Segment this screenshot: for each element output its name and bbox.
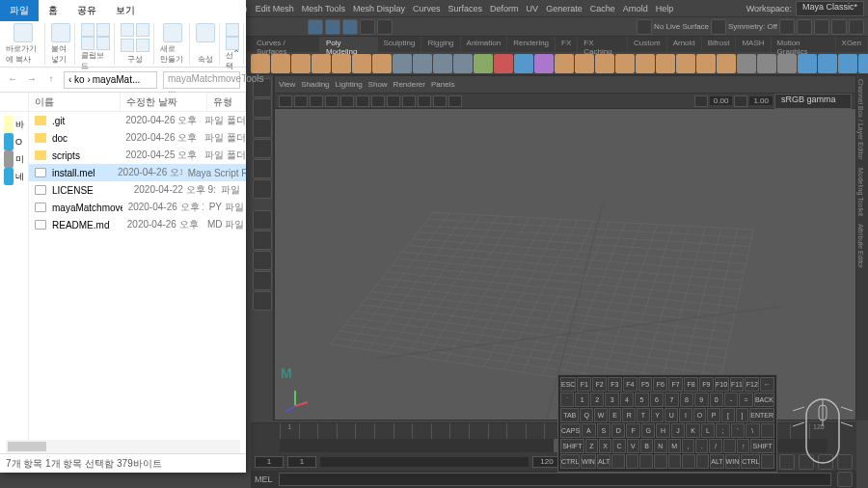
range-start[interactable]: 1 bbox=[255, 456, 284, 468]
shelf-icon[interactable] bbox=[798, 54, 817, 73]
key-↑[interactable]: ↑ bbox=[737, 439, 749, 453]
col-name[interactable]: 이름 bbox=[29, 93, 121, 111]
file-row[interactable]: LICENSE2020-04-22 오후 9:05파일 bbox=[29, 181, 246, 199]
newfolder-icon[interactable] bbox=[163, 23, 182, 42]
vp-light-icon[interactable] bbox=[387, 95, 400, 107]
key-f[interactable]: F bbox=[626, 423, 639, 438]
new-scene-icon[interactable] bbox=[308, 19, 323, 35]
shelf-tab[interactable]: Motion Graphics bbox=[772, 37, 836, 52]
sidebar-item[interactable]: 미 bbox=[0, 150, 28, 168]
shelf-icon[interactable] bbox=[656, 54, 675, 73]
key-win[interactable]: WIN bbox=[581, 454, 596, 469]
shelf-icon[interactable] bbox=[595, 54, 614, 73]
rename-icon[interactable] bbox=[136, 39, 149, 52]
key-f7[interactable]: F7 bbox=[668, 377, 683, 392]
file-row[interactable]: doc2020-04-26 오후 11:28파일 폴더 bbox=[29, 129, 246, 147]
key-q[interactable]: Q bbox=[580, 408, 593, 422]
key-f9[interactable]: F9 bbox=[699, 377, 714, 392]
shelf-tab[interactable]: XGen bbox=[836, 37, 868, 52]
panel-toggle-icon[interactable] bbox=[831, 19, 847, 35]
key-9[interactable]: 9 bbox=[694, 393, 708, 407]
key-f1[interactable]: F1 bbox=[577, 377, 591, 392]
layout-pane-icon[interactable] bbox=[253, 271, 272, 290]
scroll-thumb[interactable] bbox=[8, 442, 46, 451]
key-j[interactable]: J bbox=[671, 423, 685, 438]
back-icon[interactable]: ← bbox=[6, 73, 19, 87]
viewport[interactable]: ViewShadingLightingShowRendererPanels 0.… bbox=[274, 75, 856, 420]
explorer-tab[interactable]: 보기 bbox=[106, 0, 145, 21]
vp-grid-icon[interactable] bbox=[310, 95, 323, 107]
key-f12[interactable]: F12 bbox=[745, 377, 759, 392]
move-tool-icon[interactable] bbox=[253, 139, 272, 158]
lasso-tool-icon[interactable] bbox=[253, 98, 272, 118]
menu-curves[interactable]: Curves bbox=[413, 4, 441, 14]
snap-icon[interactable] bbox=[637, 19, 652, 35]
menu-uv[interactable]: UV bbox=[527, 4, 539, 14]
render-icon[interactable] bbox=[779, 19, 795, 35]
key-][interactable]: ] bbox=[736, 408, 749, 422]
menu-meshdisplay[interactable]: Mesh Display bbox=[353, 4, 405, 14]
vp-iso-icon[interactable] bbox=[448, 95, 462, 107]
shelf-icon[interactable] bbox=[332, 54, 351, 73]
menu-editmesh[interactable]: Edit Mesh bbox=[256, 4, 294, 14]
explorer-tab[interactable]: 홈 bbox=[39, 0, 68, 21]
col-type[interactable]: 유형 bbox=[207, 93, 246, 111]
file-row[interactable]: mayaMatchmoveTools.py2020-04-26 오후 10:15… bbox=[29, 199, 246, 216]
shelf-icon[interactable] bbox=[312, 54, 331, 73]
shelf-icon[interactable] bbox=[433, 54, 452, 73]
menu-help[interactable]: Help bbox=[656, 4, 674, 14]
viewport-grid[interactable] bbox=[275, 109, 855, 420]
breadcrumb[interactable]: ‹ ko › mayaMat... bbox=[64, 71, 157, 89]
key-p[interactable]: P bbox=[707, 408, 720, 422]
menu-deform[interactable]: Deform bbox=[490, 4, 519, 14]
file-row[interactable]: install.mel2020-04-26 오후 11:45Maya Scrip… bbox=[29, 164, 246, 181]
open-scene-icon[interactable] bbox=[325, 19, 340, 35]
key-f8[interactable]: F8 bbox=[684, 377, 698, 392]
undo-icon[interactable] bbox=[360, 19, 375, 35]
key-c[interactable]: C bbox=[612, 439, 625, 453]
right-panel-tabs[interactable]: Channel Box / Layer EditorModeling Toolk… bbox=[856, 75, 868, 420]
vp-gamma-icon[interactable] bbox=[734, 95, 747, 107]
shelf-icon[interactable] bbox=[474, 54, 493, 73]
shelf-icon[interactable] bbox=[453, 54, 473, 73]
shelf-tab[interactable]: Curves / Surfaces bbox=[251, 37, 320, 52]
key-ctrl[interactable]: CTRL bbox=[560, 454, 580, 469]
shelf-icon[interactable] bbox=[352, 54, 371, 73]
key-.[interactable]: . bbox=[695, 439, 708, 453]
scale-tool-icon[interactable] bbox=[253, 179, 272, 199]
file-row[interactable]: README.md2020-04-26 오후 11:32MD 파일 bbox=[29, 216, 246, 233]
key-tab[interactable]: TAB bbox=[560, 408, 579, 422]
key-alt[interactable]: ALT bbox=[597, 454, 610, 469]
copy-icon[interactable] bbox=[96, 23, 110, 37]
vp-colorspace[interactable]: sRGB gamma bbox=[774, 94, 852, 109]
save-scene-icon[interactable] bbox=[342, 19, 358, 35]
key-/[interactable]: / bbox=[709, 439, 721, 453]
side-tab[interactable]: Channel Box / Layer Editor bbox=[856, 75, 865, 164]
key-k[interactable]: K bbox=[686, 423, 699, 438]
key-space[interactable] bbox=[668, 454, 682, 469]
vp-menu-item[interactable]: Shading bbox=[301, 80, 329, 89]
shelf-tab[interactable]: FX bbox=[556, 37, 578, 52]
col-date[interactable]: 수정한 날짜 bbox=[121, 93, 207, 111]
shelf-icon[interactable] bbox=[858, 54, 868, 73]
key-7[interactable]: 7 bbox=[665, 393, 678, 407]
key-caps[interactable]: CAPS bbox=[560, 423, 581, 438]
key-space[interactable] bbox=[626, 454, 639, 469]
shelf-icon[interactable] bbox=[737, 54, 756, 73]
key-space[interactable] bbox=[761, 423, 774, 438]
explorer-tab[interactable]: 파일 bbox=[0, 0, 39, 21]
side-tab[interactable]: Attribute Editor bbox=[856, 220, 865, 272]
paint-tool-icon[interactable] bbox=[253, 119, 272, 138]
sidebar-item[interactable]: O bbox=[0, 133, 28, 150]
key-3[interactable]: 3 bbox=[605, 393, 618, 407]
key-[[interactable]: [ bbox=[721, 408, 735, 422]
vp-menu-item[interactable]: View bbox=[279, 80, 295, 89]
hscrollbar[interactable] bbox=[6, 440, 240, 453]
paste-icon[interactable] bbox=[51, 23, 70, 42]
shelf-tab[interactable]: Rigging bbox=[421, 37, 460, 52]
shelf-icon[interactable] bbox=[494, 54, 513, 73]
key-x[interactable]: X bbox=[599, 439, 611, 453]
cut-icon[interactable] bbox=[81, 23, 95, 37]
shelf-tab[interactable]: MASH bbox=[736, 37, 771, 52]
key-e[interactable]: E bbox=[609, 408, 622, 422]
